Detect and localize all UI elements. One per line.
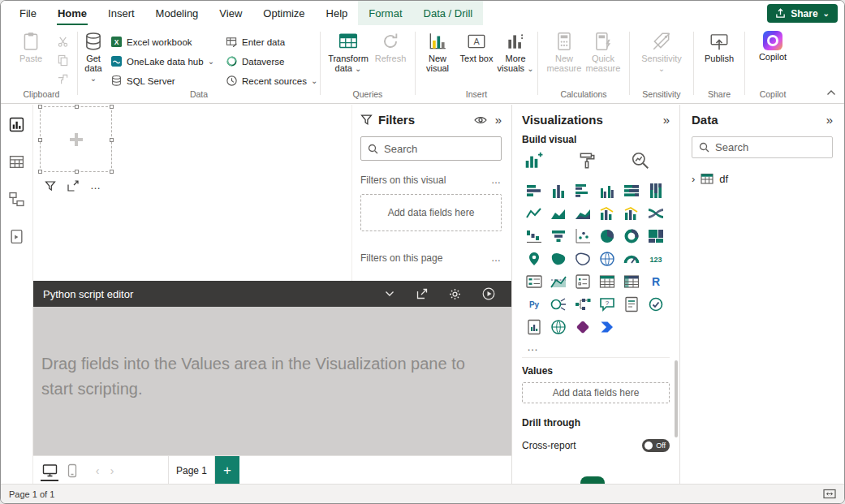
visual-filter-icon[interactable]: [45, 180, 56, 192]
resize-handle[interactable]: [38, 170, 42, 174]
filters-page-more-icon[interactable]: …: [491, 252, 502, 264]
visual-more-options-button[interactable]: …: [90, 179, 101, 192]
menu-tab-insert[interactable]: Insert: [97, 1, 145, 25]
visual-treemap[interactable]: [644, 225, 668, 248]
python-editor-body[interactable]: Drag fields into the Values area in the …: [33, 307, 511, 455]
visual-waterfall-chart[interactable]: [522, 225, 546, 248]
visual-filled-map[interactable]: [546, 248, 571, 270]
visual-placeholder[interactable]: [40, 106, 112, 172]
report-canvas[interactable]: …: [33, 105, 351, 281]
visual-stacked-area-chart[interactable]: [571, 202, 595, 225]
cut-button[interactable]: [54, 33, 71, 50]
fit-to-page-icon[interactable]: [823, 489, 836, 499]
visual-table[interactable]: [595, 270, 619, 293]
excel-workbook-button[interactable]: X Excel workbook: [110, 33, 219, 50]
menu-tab-data-drill[interactable]: Data / Drill: [413, 1, 484, 25]
refresh-button[interactable]: Refresh: [371, 29, 410, 63]
table-view-button[interactable]: [7, 152, 27, 171]
transform-data-button[interactable]: Transform data ⌄: [325, 29, 371, 74]
collapse-visualizations-pane-icon[interactable]: »: [663, 114, 670, 126]
visual-metrics[interactable]: [644, 293, 668, 316]
resize-handle[interactable]: [38, 105, 42, 109]
visual-q-and-a[interactable]: ?: [595, 293, 619, 316]
visual-clustered-column-chart[interactable]: [595, 179, 619, 202]
visual-100-stacked-bar-chart[interactable]: [619, 179, 644, 202]
visual-python-visual[interactable]: Py: [522, 293, 546, 316]
collapse-filters-pane-icon[interactable]: »: [495, 114, 502, 126]
visual-smart-narrative[interactable]: [619, 293, 644, 316]
new-measure-button[interactable]: New measure: [545, 29, 584, 73]
visual-clustered-bar-chart[interactable]: [571, 179, 595, 202]
share-button[interactable]: Share ⌄: [767, 4, 838, 23]
visual-paginated-report[interactable]: [522, 316, 546, 338]
more-visual-types-button[interactable]: …: [527, 340, 670, 353]
visual-card[interactable]: 123: [644, 248, 668, 270]
visual-matrix[interactable]: [619, 270, 644, 293]
resize-handle[interactable]: [75, 170, 79, 174]
values-add-fields-dropzone[interactable]: Add data fields here: [522, 382, 670, 403]
dax-query-view-button[interactable]: [7, 226, 27, 246]
model-view-button[interactable]: [7, 189, 27, 209]
resize-handle[interactable]: [110, 170, 114, 174]
more-visuals-button[interactable]: More visuals ⌄: [496, 29, 535, 74]
visual-area-chart[interactable]: [546, 202, 571, 225]
visual-scatter-chart[interactable]: [571, 225, 595, 248]
menu-tab-view[interactable]: View: [209, 1, 252, 25]
resize-handle[interactable]: [110, 105, 114, 109]
copilot-button[interactable]: Copilot: [753, 29, 792, 62]
visual-azure-map[interactable]: [595, 248, 619, 270]
resize-handle[interactable]: [38, 138, 42, 142]
visual-map[interactable]: [522, 248, 546, 270]
paste-button[interactable]: Paste: [11, 29, 50, 63]
onelake-data-hub-button[interactable]: OneLake data hub ⌄: [110, 53, 219, 70]
filters-add-fields-dropzone[interactable]: Add data fields here: [360, 194, 502, 231]
text-box-button[interactable]: A Text box: [457, 29, 496, 63]
visual-funnel-chart[interactable]: [546, 225, 571, 248]
format-visual-tab[interactable]: [577, 151, 597, 170]
eye-icon[interactable]: [474, 115, 487, 125]
visual-stacked-column-chart[interactable]: [546, 179, 571, 202]
get-data-button[interactable]: Get data ⌄: [83, 29, 104, 84]
new-page-button[interactable]: +: [215, 456, 239, 485]
visual-power-apps[interactable]: [571, 316, 595, 338]
visual-arcgis-map[interactable]: [546, 316, 571, 338]
visual-multi-row-card[interactable]: [522, 270, 546, 293]
analytics-tab[interactable]: [631, 151, 650, 170]
quick-measure-button[interactable]: Quick measure: [584, 29, 623, 73]
data-search-input[interactable]: [715, 141, 826, 153]
menu-tab-optimize[interactable]: Optimize: [252, 1, 315, 25]
visual-r-script-visual[interactable]: R: [644, 270, 668, 293]
report-view-button[interactable]: [7, 114, 27, 134]
collapse-ribbon-button[interactable]: [826, 84, 836, 99]
resize-handle[interactable]: [75, 105, 79, 109]
visual-100-stacked-column-chart[interactable]: [644, 179, 668, 202]
keep-all-filters-toggle[interactable]: [580, 476, 605, 484]
open-external-editor-icon[interactable]: [416, 288, 428, 299]
cross-report-toggle[interactable]: Off: [642, 439, 670, 452]
enter-data-button[interactable]: Enter data: [226, 33, 322, 50]
visual-line-and-stacked-column-chart[interactable]: [595, 202, 619, 225]
dataverse-button[interactable]: Dataverse: [226, 53, 322, 70]
filters-visual-more-icon[interactable]: …: [491, 174, 502, 186]
visual-key-influencers[interactable]: [546, 293, 571, 316]
sql-server-button[interactable]: SQL Server: [110, 72, 219, 89]
visual-pie-chart[interactable]: [595, 225, 619, 248]
run-script-icon[interactable]: [482, 287, 495, 300]
visual-ribbon-chart[interactable]: [644, 202, 668, 225]
menu-tab-format[interactable]: Format: [358, 1, 412, 25]
visual-shape-map[interactable]: [571, 248, 595, 270]
visual-donut-chart[interactable]: [619, 225, 644, 248]
collapse-editor-icon[interactable]: [384, 288, 395, 299]
expand-table-chevron-icon[interactable]: ›: [692, 173, 695, 185]
sensitivity-button[interactable]: Sensitivity ⌄: [639, 29, 684, 74]
publish-button[interactable]: Publish: [700, 29, 739, 63]
focus-mode-icon[interactable]: [67, 180, 79, 192]
visual-line-chart[interactable]: [522, 202, 546, 225]
visual-power-automate[interactable]: [595, 316, 619, 338]
menu-tab-help[interactable]: Help: [316, 1, 359, 25]
previous-page-button[interactable]: ‹: [90, 456, 105, 485]
format-painter-button[interactable]: [54, 71, 71, 87]
build-visual-tab[interactable]: [524, 151, 543, 170]
script-options-gear-icon[interactable]: [449, 288, 461, 300]
visual-decomposition-tree[interactable]: [571, 293, 595, 316]
